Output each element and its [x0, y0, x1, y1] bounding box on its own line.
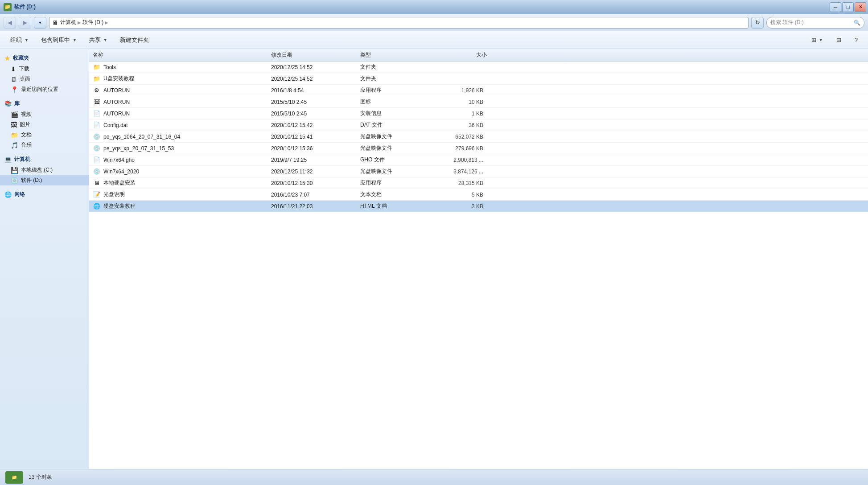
- window-icon: 📁: [4, 3, 12, 11]
- sidebar-item-image[interactable]: 🖼 图片: [0, 119, 89, 130]
- sidebar-computer-header[interactable]: 💻 计算机: [0, 154, 89, 165]
- network-icon: 🌐: [4, 191, 12, 198]
- table-row[interactable]: 🖥 本地硬盘安装 2020/10/12 15:30 应用程序 28,315 KB: [89, 177, 868, 189]
- sidebar-item-recent[interactable]: 📍 最近访问的位置: [0, 84, 89, 95]
- new-folder-button[interactable]: 新建文件夹: [114, 33, 155, 47]
- file-type-icon: 📄: [93, 110, 101, 117]
- view-icon: ⊞: [811, 37, 816, 43]
- file-name: AUTORUN: [103, 99, 130, 105]
- recent-locations-button[interactable]: ▼: [34, 17, 46, 29]
- back-button[interactable]: ◀: [4, 17, 16, 29]
- table-row[interactable]: 📝 光盘说明 2016/10/23 7:07 文本文档 5 KB: [89, 189, 868, 201]
- column-header-type[interactable]: 类型: [357, 51, 428, 59]
- sidebar-section-library: 📚 库 🎬 视频 🖼 图片 📁 文档 🎵 音乐: [0, 98, 89, 150]
- file-name-cell: 📄 Config.dat: [89, 122, 267, 129]
- crumb-drive[interactable]: 软件 (D:): [82, 19, 103, 26]
- file-size-cell: 1,926 KB: [428, 87, 490, 94]
- file-name: 光盘说明: [103, 191, 125, 198]
- crumb-computer[interactable]: 计算机: [60, 19, 76, 26]
- file-name: Tools: [103, 64, 116, 70]
- window-controls: ─ □ ✕: [830, 2, 866, 12]
- file-size-cell: 2,900,813 ...: [428, 157, 490, 163]
- sidebar-network-label: 网络: [14, 191, 25, 198]
- file-type-cell: 安装信息: [357, 110, 428, 117]
- sidebar-library-label: 库: [14, 100, 20, 107]
- share-button[interactable]: 共享 ▼: [83, 33, 113, 47]
- file-date-cell: 2015/5/10 2:45: [267, 99, 357, 105]
- file-type-cell: 文本文档: [357, 191, 428, 198]
- search-icon: 🔍: [854, 20, 860, 26]
- refresh-button[interactable]: ↻: [751, 17, 764, 29]
- file-type-icon: 📄: [93, 122, 101, 129]
- table-row[interactable]: 📄 Config.dat 2020/10/12 15:42 DAT 文件 36 …: [89, 119, 868, 131]
- file-type-cell: 文件夹: [357, 75, 428, 82]
- file-name: AUTORUN: [103, 111, 130, 117]
- sidebar-item-desktop[interactable]: 🖥 桌面: [0, 74, 89, 84]
- file-size-cell: 652,072 KB: [428, 134, 490, 140]
- close-button[interactable]: ✕: [855, 2, 866, 12]
- sidebar-favorites-header[interactable]: ★ 收藏夹: [0, 53, 89, 64]
- file-type-icon: 🖥: [93, 180, 101, 187]
- maximize-button[interactable]: □: [842, 2, 854, 12]
- sidebar-library-header[interactable]: 📚 库: [0, 98, 89, 109]
- file-name-cell: 📁 Tools: [89, 64, 267, 71]
- column-header-date[interactable]: 修改日期: [267, 51, 357, 59]
- sidebar-doc-label: 文档: [21, 131, 32, 139]
- address-box[interactable]: 🖥 计算机 ▶ 软件 (D:) ▶: [49, 17, 749, 29]
- downloads-icon: ⬇: [11, 66, 16, 73]
- view-button[interactable]: ⊞ ▼: [806, 33, 829, 47]
- table-row[interactable]: 💿 pe_yqs_xp_20_07_31_15_53 2020/10/12 15…: [89, 143, 868, 154]
- file-date-cell: 2019/9/7 19:25: [267, 157, 357, 163]
- sidebar-item-drive-c[interactable]: 💾 本地磁盘 (C:): [0, 165, 89, 175]
- search-box[interactable]: 搜索 软件 (D:) 🔍: [766, 17, 864, 29]
- column-header-name[interactable]: 名称: [89, 51, 267, 59]
- sidebar-favorites-label: 收藏夹: [13, 54, 29, 62]
- file-name: Win7x64_2020: [103, 169, 139, 175]
- forward-button[interactable]: ▶: [19, 17, 31, 29]
- table-row[interactable]: ⚙ AUTORUN 2016/1/8 4:54 应用程序 1,926 KB: [89, 85, 868, 96]
- file-size-cell: 10 KB: [428, 99, 490, 105]
- table-row[interactable]: 📄 AUTORUN 2015/5/10 2:45 安装信息 1 KB: [89, 108, 868, 119]
- change-view-button[interactable]: ⊟: [831, 33, 847, 47]
- file-name: pe_yqs_xp_20_07_31_15_53: [103, 145, 174, 152]
- crumb-sep-2: ▶: [105, 20, 108, 25]
- sidebar-section-network: 🌐 网络: [0, 189, 89, 200]
- sidebar-item-video[interactable]: 🎬 视频: [0, 109, 89, 119]
- help-button[interactable]: ?: [849, 33, 864, 47]
- file-type-cell: DAT 文件: [357, 121, 428, 129]
- table-row[interactable]: 🖼 AUTORUN 2015/5/10 2:45 图标 10 KB: [89, 96, 868, 108]
- file-name-cell: 💿 pe_yqs_1064_20_07_31_16_04: [89, 133, 267, 140]
- sidebar-recent-label: 最近访问的位置: [21, 86, 58, 93]
- table-row[interactable]: 💿 Win7x64_2020 2020/12/25 11:32 光盘映像文件 3…: [89, 166, 868, 177]
- table-row[interactable]: 📁 U盘安装教程 2020/12/25 14:52 文件夹: [89, 73, 868, 85]
- file-name: 硬盘安装教程: [103, 202, 136, 210]
- file-type-icon: 📁: [93, 64, 101, 71]
- minimize-button[interactable]: ─: [830, 2, 841, 12]
- crumb-sep-1: ▶: [78, 20, 81, 25]
- file-date-cell: 2020/10/12 15:42: [267, 122, 357, 128]
- file-type-icon: 📁: [93, 75, 101, 82]
- table-row[interactable]: 📄 Win7x64.gho 2019/9/7 19:25 GHO 文件 2,90…: [89, 154, 868, 166]
- file-name-cell: ⚙ AUTORUN: [89, 87, 267, 94]
- column-header-size[interactable]: 大小: [428, 51, 490, 59]
- drive-c-icon: 💾: [11, 167, 18, 174]
- sidebar-desktop-label: 桌面: [20, 75, 30, 83]
- sidebar-item-downloads[interactable]: ⬇ 下载: [0, 64, 89, 74]
- table-row[interactable]: 🌐 硬盘安装教程 2016/11/21 22:03 HTML 文档 3 KB: [89, 201, 868, 212]
- table-row[interactable]: 📁 Tools 2020/12/25 14:52 文件夹: [89, 62, 868, 73]
- library-icon: 📚: [4, 100, 12, 107]
- sidebar-computer-label: 计算机: [14, 156, 30, 163]
- file-size-cell: 36 KB: [428, 122, 490, 128]
- organize-arrow-icon: ▼: [25, 38, 29, 42]
- change-view-icon: ⊟: [836, 37, 841, 43]
- organize-button[interactable]: 组织 ▼: [4, 33, 34, 47]
- sidebar-network-header[interactable]: 🌐 网络: [0, 189, 89, 200]
- file-list: 📁 Tools 2020/12/25 14:52 文件夹 📁 U盘安装教程 20…: [89, 62, 868, 469]
- sidebar-music-label: 音乐: [21, 141, 32, 149]
- sidebar-item-music[interactable]: 🎵 音乐: [0, 140, 89, 150]
- sidebar-item-drive-d[interactable]: 💿 软件 (D:): [0, 175, 89, 185]
- sidebar-item-doc[interactable]: 📁 文档: [0, 130, 89, 140]
- table-row[interactable]: 💿 pe_yqs_1064_20_07_31_16_04 2020/10/12 …: [89, 131, 868, 143]
- col-name-label: 名称: [93, 51, 103, 59]
- include-library-button[interactable]: 包含到库中 ▼: [35, 33, 82, 47]
